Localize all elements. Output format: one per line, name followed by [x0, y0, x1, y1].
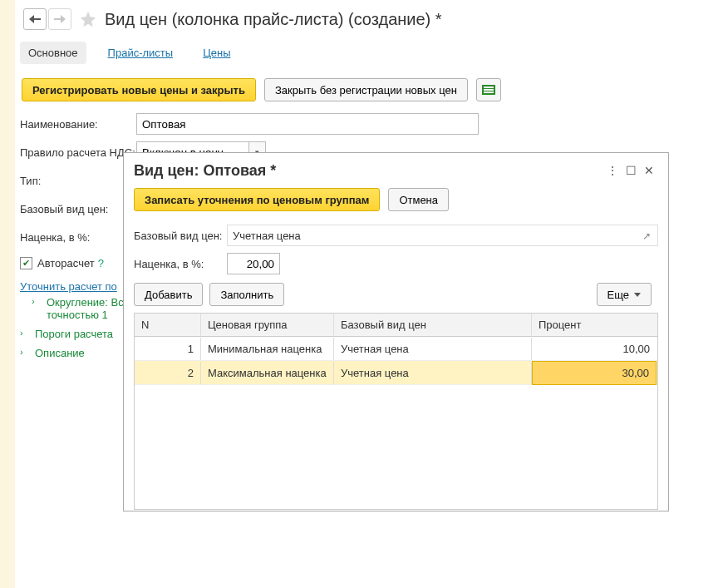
dialog-title: Вид цен: Оптовая * — [134, 162, 603, 180]
table-row[interactable]: 2 Максимальная наценка Учетная цена 30,0… — [135, 361, 657, 385]
type-label: Тип: — [20, 175, 136, 187]
refine-link[interactable]: Уточнить расчет по — [20, 280, 117, 293]
name-label: Наименование: — [20, 118, 136, 131]
report-icon-button[interactable] — [476, 78, 501, 101]
close-no-register-button[interactable]: Закрыть без регистрации новых цен — [264, 78, 468, 101]
tab-prices[interactable]: Цены — [194, 42, 239, 64]
nav-forward-button[interactable] — [48, 8, 71, 30]
chevron-right-icon: › — [32, 296, 43, 306]
report-icon — [482, 85, 495, 95]
col-group[interactable]: Ценовая группа — [201, 314, 334, 336]
col-base[interactable]: Базовый вид цен — [334, 314, 532, 336]
nav-back-button[interactable] — [23, 8, 47, 30]
dialog-markup-label: Наценка, в %: — [134, 258, 227, 270]
col-percent[interactable]: Процент — [532, 314, 657, 336]
markup-label: Наценка, в %: — [20, 231, 136, 244]
autocalc-label: Авторасчет — [37, 257, 95, 269]
tab-price-lists[interactable]: Прайс-листы — [100, 42, 182, 64]
col-n[interactable]: N — [135, 314, 201, 336]
price-groups-grid: N Ценовая группа Базовый вид цен Процент… — [134, 313, 658, 510]
dialog-base-label: Базовый вид цен: — [134, 230, 227, 242]
help-icon[interactable]: ? — [98, 257, 104, 269]
vat-label: Правило расчета НДС: — [20, 146, 136, 159]
chevron-right-icon: › — [20, 328, 32, 338]
add-row-button[interactable]: Добавить — [134, 283, 203, 306]
dialog-more-icon[interactable]: ⋮ — [603, 161, 622, 180]
dialog-maximize-icon[interactable]: ☐ — [622, 161, 640, 180]
dialog-base-value[interactable]: Учетная цена ↗ — [227, 225, 658, 246]
table-row[interactable]: 1 Минимальная наценка Учетная цена 10,00 — [135, 337, 657, 361]
percent-cell-editing[interactable]: 30,00 — [532, 361, 657, 385]
tab-main[interactable]: Основное — [20, 42, 86, 64]
chevron-right-icon: › — [20, 347, 32, 357]
dialog-save-button[interactable]: Записать уточнения по ценовым группам — [134, 188, 380, 211]
name-input[interactable] — [136, 113, 479, 135]
dialog-markup-input[interactable] — [227, 253, 280, 274]
favorite-star-icon[interactable] — [78, 9, 98, 29]
dialog-cancel-button[interactable]: Отмена — [388, 188, 449, 211]
base-label: Базовый вид цен: — [20, 203, 136, 215]
open-reference-icon[interactable]: ↗ — [639, 229, 654, 244]
autocalc-checkbox[interactable]: ✔ — [20, 257, 32, 269]
page-title: Вид цен (колонка прайс-листа) (создание)… — [105, 10, 442, 29]
dialog-close-icon[interactable]: ✕ — [640, 161, 658, 180]
price-groups-dialog: Вид цен: Оптовая * ⋮ ☐ ✕ Записать уточне… — [123, 152, 669, 511]
fill-button[interactable]: Заполнить — [209, 283, 284, 306]
register-prices-button[interactable]: Регистрировать новые цены и закрыть — [22, 78, 256, 101]
more-actions-button[interactable]: Еще — [597, 283, 652, 306]
